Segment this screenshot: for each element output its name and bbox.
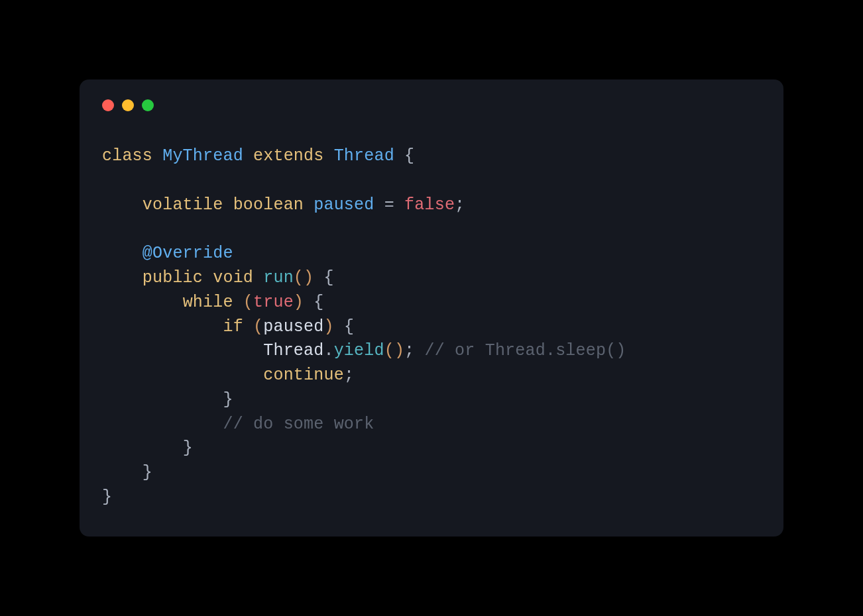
- semi: ;: [344, 366, 354, 385]
- keyword-void: void: [213, 268, 253, 287]
- dot: .: [323, 341, 333, 360]
- identifier-paused: paused: [263, 317, 323, 336]
- brace-open: {: [314, 293, 323, 312]
- brace-close: }: [223, 390, 233, 409]
- code-window: class MyThread extends Thread { volatile…: [80, 79, 783, 536]
- keyword-class: class: [102, 146, 152, 166]
- paren-open: (: [243, 293, 253, 312]
- paren-close: ): [304, 268, 314, 287]
- window-controls: [102, 99, 761, 111]
- brace-close: }: [143, 463, 152, 482]
- code-block: class MyThread extends Thread { volatile…: [102, 144, 761, 509]
- brace-close: }: [102, 488, 112, 507]
- identifier-paused: paused: [314, 195, 374, 215]
- brace-open: {: [344, 317, 354, 336]
- paren-open: (: [294, 268, 304, 287]
- semi: ;: [455, 195, 465, 215]
- paren-close: ): [323, 317, 333, 336]
- brace-open: {: [323, 268, 333, 287]
- func-run: run: [263, 268, 294, 287]
- keyword-extends: extends: [253, 146, 323, 166]
- type-thread: Thread: [334, 146, 394, 166]
- close-icon[interactable]: [102, 99, 114, 111]
- type-mythread: MyThread: [162, 146, 243, 166]
- minimize-icon[interactable]: [122, 99, 134, 111]
- brace-close: }: [183, 438, 193, 458]
- assign: =: [374, 195, 404, 215]
- comment-yield: // or Thread.sleep(): [425, 341, 626, 360]
- keyword-volatile: volatile: [143, 195, 223, 215]
- comment-work: // do some work: [223, 415, 374, 434]
- paren-close: ): [394, 341, 404, 360]
- keyword-public: public: [143, 268, 203, 287]
- keyword-if: if: [223, 317, 243, 336]
- annotation-override: @Override: [143, 244, 233, 263]
- brace-open: {: [404, 146, 414, 166]
- paren-close: ): [294, 293, 304, 312]
- keyword-boolean: boolean: [233, 195, 304, 215]
- func-yield: yield: [334, 341, 384, 360]
- paren-open: (: [384, 341, 394, 360]
- keyword-while: while: [183, 293, 233, 312]
- maximize-icon[interactable]: [142, 99, 154, 111]
- semi: ;: [404, 341, 414, 360]
- literal-true: true: [253, 293, 294, 312]
- type-thread: Thread: [263, 341, 323, 360]
- paren-open: (: [253, 317, 263, 336]
- keyword-continue: continue: [263, 366, 344, 385]
- literal-false: false: [404, 195, 455, 215]
